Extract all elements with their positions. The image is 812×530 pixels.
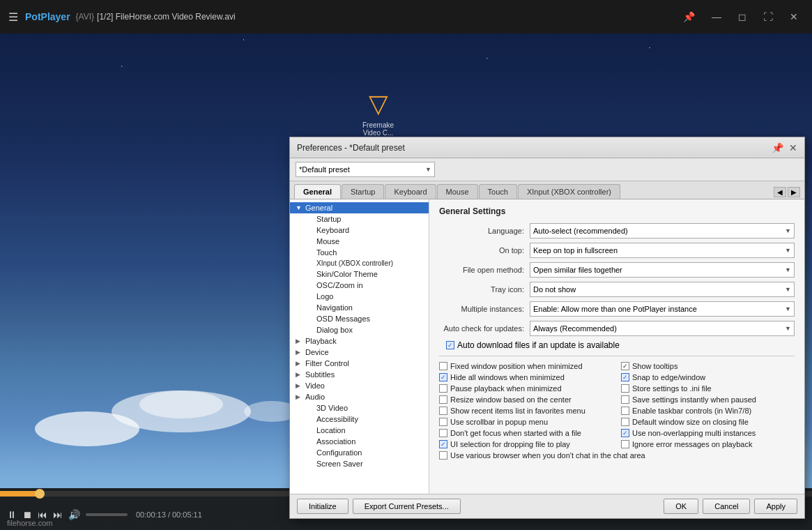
tree-item-location[interactable]: Location bbox=[290, 425, 429, 436]
tab-bar: General Startup Keyboard Mouse Touch XIn… bbox=[290, 181, 804, 199]
minimize-button[interactable]: — bbox=[706, 8, 727, 25]
tree-item-navigation[interactable]: Navigation bbox=[290, 302, 429, 313]
language-row: Language: Auto-select (recommended) ▼ bbox=[439, 223, 795, 238]
cb-default-window-input[interactable] bbox=[621, 418, 629, 426]
auto-download-checkbox[interactable] bbox=[446, 341, 454, 349]
cb-store-settings-input[interactable] bbox=[621, 384, 629, 393]
dialog-body: ▼ General Startup Keyboard Mouse Touch bbox=[290, 199, 804, 494]
tree-item-xinput[interactable]: XInput (XBOX controller) bbox=[290, 258, 429, 268]
cb-pause-playback-input[interactable] bbox=[439, 384, 447, 393]
multiinstance-row: Multiple instances: Enable: Allow more t… bbox=[439, 301, 795, 317]
restore-button[interactable]: ◻ bbox=[733, 8, 752, 25]
tree-item-keyboard[interactable]: Keyboard bbox=[290, 225, 429, 236]
tree-item-logo[interactable]: Logo bbox=[290, 291, 429, 302]
tree-item-skin-color[interactable]: Skin/Color Theme bbox=[290, 268, 429, 280]
close-button[interactable]: ✕ bbox=[784, 8, 804, 25]
tree-item-audio[interactable]: ▶ Audio bbox=[290, 391, 429, 402]
cb-resize-window-input[interactable] bbox=[439, 395, 447, 404]
multiinstance-select[interactable]: Enable: Allow more than one PotPlayer in… bbox=[530, 301, 795, 317]
tree-item-configuration[interactable]: Configuration bbox=[290, 447, 429, 458]
filehorse-logo: filehorse.com bbox=[7, 519, 52, 527]
cb-show-tooltips-input[interactable] bbox=[621, 362, 629, 370]
tab-arrow-left[interactable]: ◀ bbox=[774, 187, 786, 197]
volume-button[interactable]: 🔊 bbox=[68, 509, 80, 520]
tree-item-osc-zoom[interactable]: OSC/Zoom in bbox=[290, 280, 429, 291]
cb-ignore-errors: Ignore error messages on playback bbox=[621, 440, 795, 448]
export-presets-button[interactable]: Export Current Presets... bbox=[353, 499, 461, 514]
pin-button[interactable]: 📌 bbox=[677, 8, 700, 25]
tree-item-subtitles[interactable]: ▶ Subtitles bbox=[290, 369, 429, 380]
tab-keyboard[interactable]: Keyboard bbox=[385, 184, 436, 199]
fileopen-select[interactable]: Open similar files together ▼ bbox=[530, 262, 795, 278]
tab-touch[interactable]: Touch bbox=[479, 184, 517, 199]
dialog-close-button[interactable]: ✕ bbox=[789, 142, 797, 153]
cb-use-non-overlap: Use non-overlapping multi instances bbox=[621, 429, 795, 437]
cb-snap-edge: Snap to edge/window bbox=[621, 373, 795, 381]
tab-xinput[interactable]: XInput (XBOX controller) bbox=[518, 184, 620, 199]
tab-mouse[interactable]: Mouse bbox=[437, 184, 478, 199]
cb-fixed-window-input[interactable] bbox=[439, 362, 447, 370]
tree-item-playback[interactable]: ▶ Playback bbox=[290, 335, 429, 347]
cb-ui-selection-input[interactable] bbox=[439, 440, 447, 448]
tree-item-screensaver[interactable]: Screen Saver bbox=[290, 458, 429, 469]
tree-item-association[interactable]: Association bbox=[290, 436, 429, 447]
filename: [1/2] FileHorse.com Video Review.avi bbox=[97, 12, 236, 22]
tree-item-device[interactable]: ▶ Device bbox=[290, 347, 429, 358]
preset-dropdown[interactable]: *Default preset ▼ bbox=[296, 162, 435, 177]
cb-resize-window: Resize window based on the center bbox=[439, 395, 613, 404]
trayicon-select[interactable]: Do not show ▼ bbox=[530, 282, 795, 297]
tree-item-video[interactable]: ▶ Video bbox=[290, 380, 429, 391]
cb-dont-focus-input[interactable] bbox=[439, 429, 447, 437]
cb-hide-windows-input[interactable] bbox=[439, 373, 447, 381]
tree-item-dialogbox[interactable]: Dialog box bbox=[290, 324, 429, 335]
settings-panel: General Settings Language: Auto-select (… bbox=[429, 199, 804, 494]
tab-startup[interactable]: Startup bbox=[342, 184, 384, 199]
trayicon-row: Tray icon: Do not show ▼ bbox=[439, 282, 795, 297]
trayicon-label: Tray icon: bbox=[439, 285, 530, 294]
language-select[interactable]: Auto-select (recommended) ▼ bbox=[530, 223, 795, 238]
dialog-pin-button[interactable]: 📌 bbox=[772, 142, 783, 153]
cb-snap-edge-input[interactable] bbox=[621, 373, 629, 381]
tree-item-filtercontrol[interactable]: ▶ Filter Control bbox=[290, 358, 429, 369]
ontop-select[interactable]: Keep on top in fullscreen ▼ bbox=[530, 243, 795, 258]
window-controls: 📌 — ◻ ⛶ ✕ bbox=[677, 8, 804, 25]
cb-use-scrollbar: Use scrollbar in popup menu bbox=[439, 418, 613, 426]
cb-ignore-errors-input[interactable] bbox=[621, 440, 629, 448]
apply-button[interactable]: Apply bbox=[754, 499, 797, 514]
ontop-row: On top: Keep on top in fullscreen ▼ bbox=[439, 243, 795, 258]
tree-item-accessibility[interactable]: Accessibility bbox=[290, 414, 429, 425]
cb-show-tooltips: Show tooltips bbox=[621, 362, 795, 370]
section-title: General Settings bbox=[439, 206, 795, 216]
autocheck-row: Auto check for updates: Always (Recommen… bbox=[439, 321, 795, 336]
cancel-button[interactable]: Cancel bbox=[703, 499, 750, 514]
file-info: {AVI} bbox=[76, 12, 94, 22]
tree-item-startup[interactable]: Startup bbox=[290, 213, 429, 225]
cb-show-recent-input[interactable] bbox=[439, 407, 447, 415]
auto-download-label: Auto download files if an update is avai… bbox=[457, 340, 620, 350]
dialog-footer: Initialize Export Current Presets... OK … bbox=[290, 494, 804, 518]
language-label: Language: bbox=[439, 227, 530, 235]
autocheck-select[interactable]: Always (Recommended) ▼ bbox=[530, 321, 795, 336]
footer-right-buttons: OK Cancel Apply bbox=[664, 499, 797, 514]
tab-general[interactable]: General bbox=[294, 184, 341, 199]
ok-button[interactable]: OK bbox=[664, 499, 698, 514]
tree-item-general[interactable]: ▼ General bbox=[290, 202, 429, 213]
cb-pause-playback: Pause playback when minimized bbox=[439, 384, 613, 393]
tab-arrows: ◀ ▶ bbox=[774, 187, 800, 197]
cb-use-non-overlap-input[interactable] bbox=[621, 429, 629, 437]
menu-icon[interactable]: ☰ bbox=[8, 10, 18, 24]
initialize-button[interactable]: Initialize bbox=[297, 499, 348, 514]
volume-bar[interactable] bbox=[86, 513, 128, 516]
tree-item-3dvideo[interactable]: 3D Video bbox=[290, 402, 429, 414]
tab-arrow-right[interactable]: ▶ bbox=[788, 187, 800, 197]
tree-item-touch[interactable]: Touch bbox=[290, 247, 429, 258]
fullscreen-button[interactable]: ⛶ bbox=[758, 8, 779, 25]
tree-item-mouse[interactable]: Mouse bbox=[290, 236, 429, 247]
cb-enable-taskbar-input[interactable] bbox=[621, 407, 629, 415]
cb-use-various-input[interactable] bbox=[439, 451, 447, 460]
cb-use-various: Use various browser when you don't chat … bbox=[439, 451, 795, 460]
cb-use-scrollbar-input[interactable] bbox=[439, 418, 447, 426]
cb-save-settings-input[interactable] bbox=[621, 395, 629, 404]
tree-item-osd[interactable]: OSD Messages bbox=[290, 313, 429, 324]
next-button[interactable]: ⏭ bbox=[53, 509, 63, 520]
